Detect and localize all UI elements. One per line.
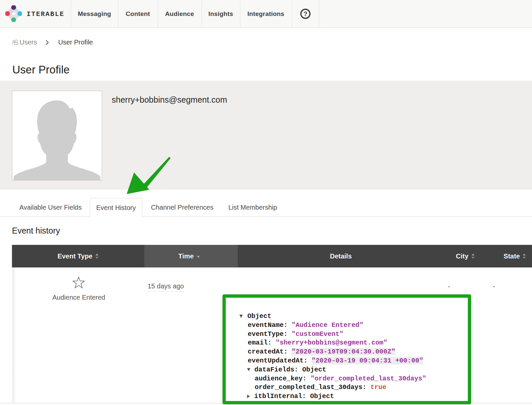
svg-text:?: ? [304, 10, 308, 17]
